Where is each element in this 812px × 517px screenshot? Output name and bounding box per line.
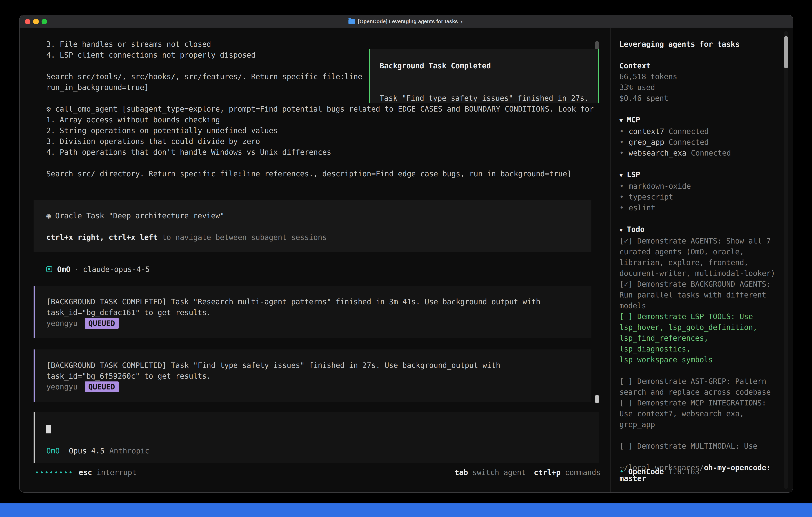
main-scrollbar-thumb[interactable] [595, 395, 599, 403]
status-badge: QUEUED [85, 318, 119, 329]
sidebar: Leveraging agents for tasks Context 66,5… [610, 28, 793, 492]
todo-item: [✓] Demonstrate AGENTS: Show all 7 curat… [619, 236, 784, 279]
tool-call-item: 2. String operations on potentially unde… [20, 125, 610, 136]
todo-checkbox: [✓] [619, 237, 633, 245]
message-author: yeongyu [46, 318, 78, 329]
tab-label: switch agent [472, 468, 526, 477]
tool-call-item: 4. Path operations that don't handle Win… [20, 147, 610, 158]
mcp-item: •websearch_exaConnected [619, 147, 784, 158]
mcp-heading-label: MCP [627, 115, 640, 124]
lsp-item: •typescript [619, 192, 784, 202]
todo-item: [ ] Demonstrate MULTIMODAL: Use [619, 441, 784, 452]
agent-name: OmO [57, 264, 70, 275]
mcp-name: grep_app [629, 138, 664, 146]
collapse-triangle-icon: ▼ [619, 227, 623, 233]
tab-key: tab [455, 468, 468, 477]
terminal-main-pane: 3. File handles or streams not closed 4.… [20, 28, 610, 492]
tool-call-block: ⚙call_omo_agent [subagent_type=explore, … [20, 104, 610, 158]
input-provider-name: Anthropic [109, 446, 149, 455]
todo-checkbox: [ ] [619, 312, 633, 321]
input-model-name: Opus 4.5 [69, 446, 105, 455]
desktop-wallpaper-strip [0, 504, 812, 517]
todo-text: Demonstrate BACKGROUND AGENTS: Run paral… [619, 280, 775, 310]
background-task-toast: Background Task Completed Task "Find typ… [369, 49, 599, 103]
background-task-message: [BACKGROUND TASK COMPLETED] Task "Find t… [34, 350, 591, 402]
collapse-triangle-icon: ▼ [619, 117, 623, 124]
oracle-task-panel: ◉Oracle Task "Deep architecture review" … [34, 200, 591, 252]
bullet-icon: • [619, 138, 624, 146]
lsp-item: •eslint [619, 202, 784, 213]
app-version: •OpenCode1.0.163 [619, 466, 699, 477]
context-spent: $0.46 spent [619, 93, 784, 104]
tool-call-line: ⚙call_omo_agent [subagent_type=explore, … [20, 104, 610, 114]
context-tokens: 66,518 tokens [619, 71, 784, 82]
gear-icon: ⚙ [46, 105, 51, 113]
log-line: 3. File handles or streams not closed [20, 39, 610, 50]
section-lsp-heading[interactable]: ▼LSP [619, 169, 784, 181]
main-scrollbar-thumb-top[interactable] [595, 41, 599, 49]
mcp-status: Connected [669, 138, 709, 146]
todo-text: Demonstrate AST-GREP: Pattern search and… [619, 377, 771, 396]
lsp-heading-label: LSP [627, 170, 640, 179]
todo-checkbox: [✓] [619, 280, 633, 288]
oracle-title-line: ◉Oracle Task "Deep architecture review" [46, 210, 591, 221]
text-cursor-icon [46, 425, 51, 433]
spinner-dots-icon [36, 471, 71, 473]
section-todo-heading[interactable]: ▼Todo [619, 224, 784, 236]
section-mcp-heading[interactable]: ▼MCP [619, 114, 784, 126]
status-left: esc interrupt [36, 467, 137, 478]
agent-header: OmO · claude-opus-4-5 [46, 264, 610, 275]
status-badge: QUEUED [85, 381, 119, 392]
terminal-window: [OpenCode] Leveraging agents for tasks ◐… [19, 15, 793, 493]
session-title: Leveraging agents for tasks [619, 39, 784, 50]
todo-checkbox: [ ] [619, 442, 633, 450]
todo-text: Demonstrate MULTIMODAL: Use [637, 442, 757, 450]
esc-hint: esc interrupt [79, 467, 137, 478]
separator: · [75, 264, 79, 275]
lsp-name: typescript [629, 193, 673, 201]
hint-text: to navigate between subagent sessions [162, 233, 327, 242]
folder-icon [348, 19, 355, 24]
input-cursor-line[interactable] [46, 424, 599, 435]
traffic-lights [20, 19, 47, 24]
todo-item: [ ] Demonstrate LSP TOOLS: Use lsp_hover… [619, 311, 784, 365]
record-indicator-icon: ◐ [461, 16, 464, 27]
sidebar-scrollbar-thumb[interactable] [784, 36, 788, 69]
close-button[interactable] [25, 19, 30, 24]
commands-label: commands [565, 468, 601, 477]
esc-key: esc [79, 468, 92, 477]
desktop: [OpenCode] Leveraging agents for tasks ◐… [0, 0, 812, 517]
mcp-status: Connected [691, 149, 731, 157]
context-used: 33% used [619, 82, 784, 93]
todo-item: [ ] Demonstrate MCP INTEGRATIONS: Use co… [619, 398, 784, 430]
sidebar-scrollbar-track[interactable] [784, 31, 788, 489]
agent-omo-icon [46, 266, 52, 272]
bullet-icon: • [619, 203, 624, 212]
titlebar[interactable]: [OpenCode] Leveraging agents for tasks ◐ [20, 15, 793, 28]
mcp-item: •context7Connected [619, 126, 784, 137]
maximize-button[interactable] [41, 19, 47, 24]
toast-title: Background Task Completed [380, 60, 598, 71]
todo-item: [✓] Demonstrate BACKGROUND AGENTS: Run p… [619, 279, 784, 311]
tool-call-item: 1. Array access without bounds checking [20, 114, 610, 125]
bullet-icon: • [619, 182, 624, 190]
bullet-icon: • [619, 193, 624, 201]
todo-heading-label: Todo [627, 225, 644, 234]
input-agent-name: OmO [46, 446, 60, 455]
ctrl-p-key: ctrl+p [534, 468, 561, 477]
version-number: 1.0.163 [668, 467, 699, 476]
bullet-icon: • [619, 467, 624, 476]
esc-label: interrupt [96, 468, 137, 477]
message-meta: yeongyu QUEUED [46, 381, 591, 392]
app-name: OpenCode [628, 467, 664, 476]
lsp-item: •markdown-oxide [619, 181, 784, 192]
hint-keys: ctrl+x right, ctrl+x left [46, 233, 157, 242]
tool-call-item: 3. Division operations that could divide… [20, 136, 610, 147]
prompt-input[interactable]: OmOOpus 4.5Anthropic [34, 412, 599, 463]
minimize-button[interactable] [33, 19, 39, 24]
bullet-icon: • [619, 127, 624, 136]
todo-item: [ ] Demonstrate AST-GREP: Pattern search… [619, 376, 784, 398]
status-bar: esc interrupt tab switch agent ctrl+p co… [36, 467, 601, 478]
lsp-name: markdown-oxide [629, 182, 691, 190]
toast-body: Task "Find type safety issues" finished … [380, 93, 598, 104]
